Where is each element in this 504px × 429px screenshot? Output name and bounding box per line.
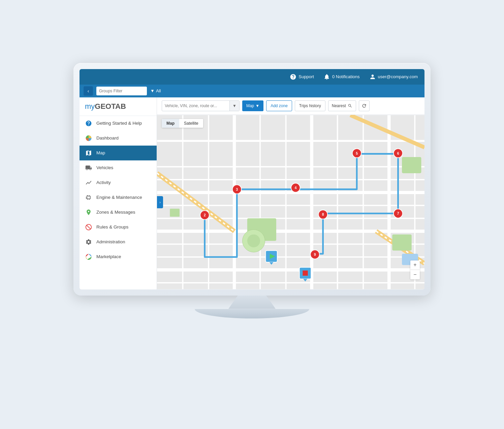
dropdown-arrow-icon: ▼: [150, 88, 155, 93]
trips-history-button[interactable]: Trips history: [295, 100, 325, 111]
sidebar-item-vehicles[interactable]: Vehicles: [80, 160, 157, 175]
sidebar-item-getting-started[interactable]: Getting Started & Help: [80, 116, 157, 131]
main-layout: myGEOTAB Getting Started & Help: [80, 97, 424, 289]
bell-icon: [323, 73, 330, 80]
sidebar-item-administration[interactable]: Administration: [80, 235, 157, 249]
sidebar-item-map[interactable]: Map: [80, 146, 157, 160]
map-toggle-map-label: Map: [166, 121, 175, 126]
map-label: Map: [96, 150, 105, 155]
top-bar: Support 0 Notifications user@company.com: [80, 69, 424, 85]
notifications-label: 0 Notifications: [332, 74, 360, 79]
add-zone-label: Add zone: [271, 103, 288, 108]
user-label: user@company.com: [378, 74, 418, 79]
question-icon: [85, 120, 92, 127]
svg-line-2: [87, 225, 91, 229]
map-toggle-satellite[interactable]: Satellite: [179, 119, 203, 128]
svg-text:8: 8: [322, 212, 324, 216]
waypoint-3[interactable]: 3: [232, 185, 242, 194]
map-button[interactable]: Map ▼: [242, 100, 263, 111]
monitor-wrapper: Support 0 Notifications user@company.com: [67, 63, 437, 366]
sidebar-item-dashboard[interactable]: Dashboard: [80, 131, 157, 146]
svg-point-36: [247, 234, 260, 247]
support-item[interactable]: Support: [290, 73, 314, 80]
map-icon: [85, 149, 92, 157]
search-dropdown-button[interactable]: ▼: [229, 101, 239, 111]
activity-label: Activity: [96, 180, 111, 185]
waypoint-6[interactable]: 6: [393, 149, 403, 158]
svg-rect-34: [170, 209, 180, 217]
sidebar-item-marketplace[interactable]: Marketplace: [80, 249, 157, 264]
admin-icon: [85, 238, 92, 246]
zoom-out-label: −: [413, 272, 416, 278]
toolbar: ▼ Map ▼ Add zone Trips history: [157, 97, 424, 115]
waypoint-8[interactable]: 8: [318, 210, 327, 219]
groups-bar: ‹ ▼ All: [80, 85, 424, 97]
content-area: ▼ Map ▼ Add zone Trips history: [157, 97, 424, 289]
zoom-in-label: +: [413, 262, 416, 268]
monitor-bezel: Support 0 Notifications user@company.com: [73, 63, 431, 296]
marketplace-icon: [85, 253, 92, 261]
vehicles-label: Vehicles: [96, 165, 113, 170]
svg-rect-32: [392, 234, 411, 250]
truck-icon: [85, 164, 92, 172]
svg-text:5: 5: [356, 151, 358, 155]
monitor-screen: Support 0 Notifications user@company.com: [80, 69, 424, 289]
refresh-icon: [361, 103, 367, 109]
notifications-item[interactable]: 0 Notifications: [323, 73, 360, 80]
marketplace-label: Marketplace: [96, 254, 121, 259]
map-toggle-map[interactable]: Map: [162, 119, 179, 128]
sidebar-item-activity[interactable]: Activity: [80, 175, 157, 190]
map-toggle: Map Satellite: [162, 119, 203, 128]
user-item[interactable]: user@company.com: [369, 73, 418, 80]
map-svg: 2 3 4: [157, 115, 424, 289]
sidebar-collapse-button[interactable]: ›: [157, 196, 163, 208]
dashboard-label: Dashboard: [96, 135, 119, 141]
waypoint-5[interactable]: 5: [352, 149, 361, 158]
zoom-in-button[interactable]: +: [410, 261, 420, 270]
rules-groups-label: Rules & Groups: [96, 224, 128, 229]
monitor-stand-base: [195, 309, 309, 318]
svg-text:2: 2: [204, 213, 206, 217]
sidebar-item-engine-maintenance[interactable]: Engine & Maintenance: [80, 190, 157, 205]
back-button[interactable]: ‹: [84, 86, 93, 96]
nearest-button[interactable]: Nearest: [328, 100, 356, 111]
all-dropdown[interactable]: ▼ All: [150, 88, 161, 93]
support-icon: [290, 73, 296, 80]
waypoint-9[interactable]: 9: [310, 250, 319, 259]
waypoint-4[interactable]: 4: [291, 183, 300, 192]
refresh-button[interactable]: [359, 100, 370, 111]
logo-area: myGEOTAB: [80, 97, 157, 116]
logo: myGEOTAB: [85, 102, 151, 111]
map-view-area[interactable]: Map Satellite: [157, 115, 424, 289]
engine-icon: [85, 194, 92, 201]
svg-rect-33: [402, 157, 421, 173]
administration-label: Administration: [96, 239, 125, 244]
svg-text:3: 3: [236, 187, 238, 191]
support-label: Support: [298, 74, 314, 79]
svg-text:6: 6: [397, 151, 399, 155]
rules-icon: [85, 223, 92, 231]
search-icon: [348, 103, 352, 108]
monitor-stand-neck: [228, 296, 276, 309]
nearest-label: Nearest: [332, 103, 346, 108]
sidebar-item-zones-messages[interactable]: Zones & Messages: [80, 205, 157, 220]
waypoint-7[interactable]: 7: [393, 209, 403, 218]
zones-icon: [85, 209, 92, 216]
map-toggle-satellite-label: Satellite: [184, 121, 198, 126]
zoom-out-button[interactable]: −: [410, 270, 420, 279]
svg-rect-58: [303, 270, 308, 275]
engine-maintenance-label: Engine & Maintenance: [96, 195, 142, 200]
search-input[interactable]: [162, 103, 229, 108]
getting-started-label: Getting Started & Help: [96, 121, 142, 126]
logo-my: my: [85, 102, 95, 111]
all-label: All: [156, 88, 161, 93]
zones-messages-label: Zones & Messages: [96, 210, 135, 215]
svg-text:4: 4: [294, 185, 296, 189]
groups-filter-input[interactable]: [96, 87, 147, 95]
user-icon: [369, 73, 376, 80]
waypoint-2[interactable]: 2: [200, 210, 209, 219]
pie-icon: [85, 134, 92, 142]
sidebar-item-rules-groups[interactable]: Rules & Groups: [80, 220, 157, 235]
add-zone-button[interactable]: Add zone: [266, 100, 292, 111]
svg-text:7: 7: [397, 211, 399, 215]
